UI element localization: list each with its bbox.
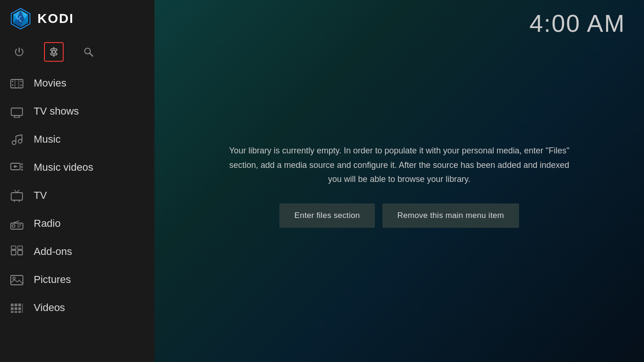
logo-area: K KODI xyxy=(0,0,154,37)
nav-menu: Movies TV shows xyxy=(0,69,154,362)
clock-display: 4:00 AM xyxy=(529,0,644,37)
sidebar-item-music-videos[interactable]: Music videos xyxy=(0,153,154,181)
movies-icon xyxy=(9,76,24,91)
settings-icon xyxy=(49,47,59,57)
svg-point-26 xyxy=(18,139,22,143)
sidebar-item-videos[interactable]: Videos xyxy=(0,294,154,322)
sidebar-item-tv-shows[interactable]: TV shows xyxy=(0,97,154,125)
svg-rect-45 xyxy=(11,250,16,255)
sidebar-item-pictures[interactable]: Pictures xyxy=(0,266,154,294)
add-ons-label: Add-ons xyxy=(34,246,72,258)
enter-files-button[interactable]: Enter files section xyxy=(279,203,375,228)
svg-rect-53 xyxy=(11,304,14,306)
svg-rect-51 xyxy=(11,275,23,285)
svg-point-15 xyxy=(12,81,14,82)
action-buttons: Enter files section Remove this main men… xyxy=(279,203,519,228)
svg-rect-56 xyxy=(11,307,14,310)
search-button[interactable] xyxy=(79,42,98,62)
svg-point-18 xyxy=(21,85,22,86)
svg-point-41 xyxy=(12,224,15,227)
settings-button[interactable] xyxy=(44,42,64,62)
sidebar-item-music[interactable]: Music xyxy=(0,125,154,153)
power-icon xyxy=(14,47,24,57)
content-area: Your library is currently empty. In orde… xyxy=(154,37,644,362)
svg-rect-46 xyxy=(18,250,22,255)
svg-rect-32 xyxy=(21,163,23,165)
svg-point-25 xyxy=(12,141,16,145)
svg-point-11 xyxy=(52,51,56,54)
power-button[interactable] xyxy=(9,42,29,62)
sidebar-item-radio[interactable]: Radio xyxy=(0,210,154,238)
pictures-label: Pictures xyxy=(34,274,71,286)
empty-library-message: Your library is currently empty. In orde… xyxy=(221,144,577,187)
videos-label: Videos xyxy=(34,302,65,314)
svg-rect-57 xyxy=(15,307,17,310)
svg-rect-47 xyxy=(11,246,16,249)
tv-label: TV xyxy=(34,189,47,202)
sidebar: K KODI xyxy=(0,0,154,362)
search-icon xyxy=(83,47,94,57)
svg-rect-62 xyxy=(22,304,23,313)
svg-line-29 xyxy=(16,135,22,136)
main-content: 4:00 AM Your library is currently empty.… xyxy=(154,0,644,362)
svg-rect-35 xyxy=(11,193,22,200)
svg-rect-59 xyxy=(11,311,14,313)
svg-point-52 xyxy=(13,277,15,280)
music-label: Music xyxy=(34,133,60,145)
sidebar-item-tv[interactable]: TV xyxy=(0,181,154,210)
svg-point-16 xyxy=(12,85,14,86)
sidebar-item-add-ons[interactable]: Add-ons xyxy=(0,238,154,266)
radio-icon xyxy=(9,216,24,231)
tv-shows-icon xyxy=(9,104,24,119)
music-videos-label: Music videos xyxy=(34,161,93,174)
svg-rect-19 xyxy=(15,80,15,88)
svg-line-13 xyxy=(90,53,93,57)
movies-label: Movies xyxy=(34,77,66,89)
svg-rect-60 xyxy=(15,311,17,313)
svg-rect-61 xyxy=(18,311,21,313)
tv-icon xyxy=(9,188,24,203)
svg-marker-31 xyxy=(14,165,18,168)
svg-rect-54 xyxy=(15,304,17,306)
svg-rect-58 xyxy=(18,307,21,310)
add-ons-icon xyxy=(9,244,24,259)
svg-rect-33 xyxy=(21,166,23,168)
music-videos-icon xyxy=(9,160,24,175)
music-icon xyxy=(9,132,24,147)
svg-rect-40 xyxy=(11,223,23,229)
radio-label: Radio xyxy=(34,217,60,230)
top-icon-bar xyxy=(0,37,154,69)
svg-point-17 xyxy=(21,81,22,82)
svg-rect-48 xyxy=(18,246,22,249)
svg-rect-21 xyxy=(11,108,22,116)
tv-shows-label: TV shows xyxy=(34,105,79,117)
videos-icon xyxy=(9,300,24,315)
sidebar-item-movies[interactable]: Movies xyxy=(0,69,154,97)
app-title: KODI xyxy=(37,11,74,26)
remove-menu-item-button[interactable]: Remove this main menu item xyxy=(382,203,519,228)
svg-rect-34 xyxy=(21,169,23,171)
pictures-icon xyxy=(9,272,24,287)
svg-rect-55 xyxy=(18,304,21,306)
kodi-logo-icon: K xyxy=(9,7,32,30)
svg-rect-20 xyxy=(18,80,19,88)
